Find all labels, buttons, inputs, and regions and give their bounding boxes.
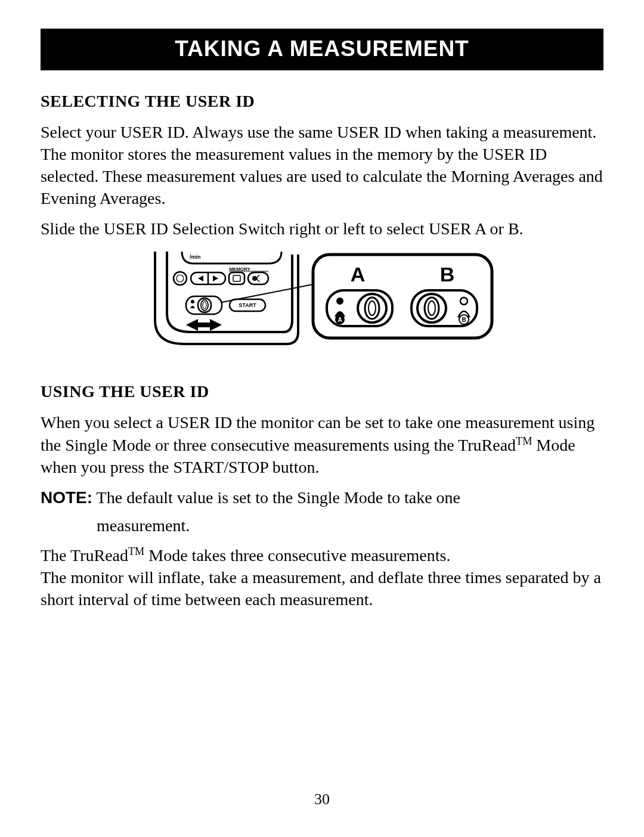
svg-rect-7 [233, 275, 240, 281]
user-id-switch-diagram: /min MEMORY [41, 249, 603, 362]
section-heading-using-user-id: USING THE USER ID [41, 382, 603, 401]
svg-point-22 [369, 301, 376, 315]
svg-point-14 [203, 302, 206, 309]
section2-para2: The TruReadTM Mode takes three consecuti… [41, 544, 603, 567]
svg-point-15 [191, 300, 194, 303]
page-title-bar: TAKING A MEASUREMENT [41, 29, 603, 70]
page-number: 30 [0, 790, 644, 808]
section2-para3: The monitor will inflate, take a measure… [41, 567, 603, 611]
device-diagram-svg: /min MEMORY [149, 249, 495, 362]
section2-para1: When you select a USER ID the monitor ca… [41, 412, 603, 479]
section-heading-selecting-user-id: SELECTING THE USER ID [41, 92, 603, 111]
svg-point-23 [336, 297, 343, 305]
svg-point-28 [428, 301, 435, 315]
note-continuation: measurement. [97, 515, 603, 537]
start-label: START [239, 302, 256, 308]
section1-para1: Select your USER ID. Always use the same… [41, 122, 603, 210]
callout-label-a: A [351, 263, 366, 286]
note-line: NOTE: The default value is set to the Si… [41, 487, 603, 509]
switch-b-badge: B [462, 317, 466, 323]
callout-label-b: B [440, 263, 455, 286]
section1-para2: Slide the USER ID Selection Switch right… [41, 218, 603, 240]
switch-a-badge: A [338, 317, 342, 323]
svg-point-9 [252, 276, 257, 281]
svg-point-1 [177, 275, 184, 282]
note-label: NOTE: [41, 488, 92, 507]
min-label: /min [190, 254, 201, 260]
